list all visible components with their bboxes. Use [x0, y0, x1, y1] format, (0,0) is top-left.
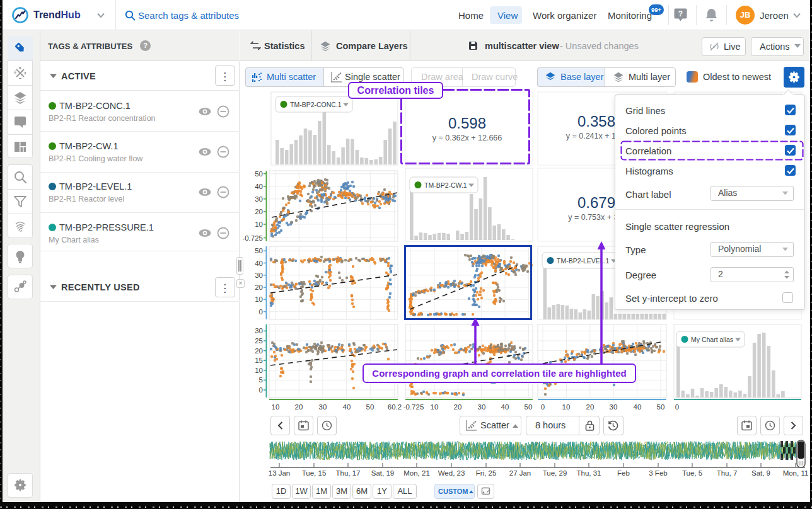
svg-text:Sat, 19: Sat, 19 [371, 469, 394, 477]
svg-text:Feb: Feb [617, 469, 630, 477]
svg-text:Thu, 31: Thu, 31 [577, 469, 601, 477]
svg-text:Tue, 15: Tue, 15 [302, 469, 327, 477]
svg-text:Mon, 11: Mon, 11 [783, 469, 809, 477]
svg-text:Sat, 9: Sat, 9 [751, 469, 770, 477]
svg-text:Thu, 17: Thu, 17 [336, 469, 361, 477]
svg-text:Thu, 7: Thu, 7 [717, 469, 738, 477]
svg-text:Tue, 29: Tue, 29 [543, 469, 567, 477]
svg-text:Mon, 21: Mon, 21 [403, 469, 430, 477]
svg-text:Wed, 23: Wed, 23 [438, 469, 465, 477]
svg-text:27 Jan: 27 Jan [509, 469, 531, 477]
svg-text:13 Jan: 13 Jan [269, 469, 291, 477]
svg-text:Tue, 5: Tue, 5 [682, 469, 702, 477]
svg-text:3 Feb: 3 Feb [649, 469, 667, 477]
svg-text:Fri, 25: Fri, 25 [476, 469, 497, 477]
